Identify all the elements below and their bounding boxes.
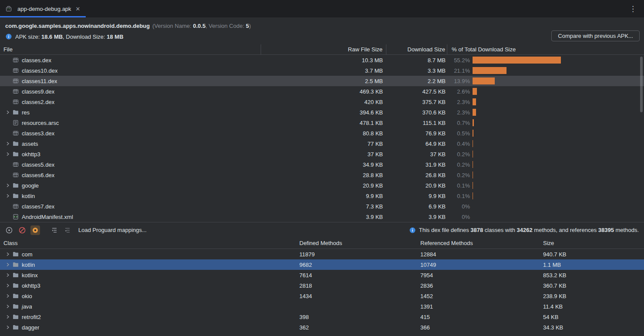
- file-row[interactable]: classes2.dex420 KB375.7 KB2.3%: [0, 97, 644, 107]
- dex-info-t2: classes with: [483, 227, 517, 233]
- expand-all-icon[interactable]: [50, 225, 59, 235]
- class-name: okhttp3: [22, 282, 40, 289]
- more-options-icon[interactable]: ⋮: [622, 0, 644, 17]
- raw-file-size-cell: 3.9 KB: [261, 212, 386, 222]
- download-size-cell: 2.2 MB: [386, 76, 447, 86]
- package-line: com.google.samples.apps.nowinandroid.dem…: [5, 20, 639, 31]
- file-cell: classes5.dex: [0, 159, 261, 170]
- pct-of-total-cell: 2.6%: [447, 86, 470, 97]
- download-size-value: 18 MB: [107, 34, 123, 40]
- compare-previous-apk-button[interactable]: Compare with previous APK...: [551, 30, 640, 41]
- file-row[interactable]: classes3.dex80.8 KB76.9 KB0.5%: [0, 128, 644, 138]
- file-name: resources.arsc: [22, 120, 59, 126]
- chevron-right-icon[interactable]: [3, 282, 12, 289]
- size-cell: 34.3 KB: [540, 322, 644, 333]
- raw-file-size-cell: 37 KB: [261, 149, 386, 159]
- column-header-referenced-methods[interactable]: Referenced Methods: [417, 240, 540, 246]
- file-name: AndroidManifest.xml: [22, 214, 73, 220]
- referenced-methods-cell: 415: [417, 312, 540, 322]
- load-proguard-mappings-link[interactable]: Load Proguard mappings...: [78, 227, 147, 233]
- chevron-right-icon[interactable]: [3, 303, 12, 310]
- file-row[interactable]: classes9.dex469.3 KB427.5 KB2.6%: [0, 86, 644, 97]
- file-name: classes2.dex: [22, 99, 54, 105]
- pct-bar-cell: [470, 138, 644, 149]
- file-row[interactable]: AndroidManifest.xml3.9 KB3.9 KB0%: [0, 212, 644, 222]
- class-row[interactable]: com1187912884940.7 KB: [0, 249, 644, 259]
- defined-methods-cell: 1434: [296, 291, 417, 301]
- pct-bar-cell: [470, 86, 644, 97]
- close-tab-icon[interactable]: ✕: [76, 6, 80, 12]
- collapse-all-icon[interactable]: [63, 225, 72, 235]
- file-row[interactable]: classes7.dex7.3 KB6.9 KB0%: [0, 201, 644, 212]
- column-header-pct-download[interactable]: % of Total Download Size: [447, 44, 644, 54]
- file-name: okhttp3: [22, 151, 40, 158]
- defined-methods-cell: 2818: [296, 280, 417, 291]
- file-name: classes10.dex: [22, 67, 57, 74]
- class-row[interactable]: dagger36236634.3 KB: [0, 322, 644, 333]
- file-table-scrollbar[interactable]: [640, 57, 643, 112]
- file-row[interactable]: classes5.dex34.9 KB31.9 KB0.2%: [0, 159, 644, 170]
- chevron-right-icon[interactable]: [3, 292, 12, 299]
- file-row[interactable]: classes6.dex28.8 KB26.8 KB0.2%: [0, 170, 644, 180]
- show-fields-icon[interactable]: [4, 225, 14, 235]
- chevron-right-icon[interactable]: [3, 313, 12, 320]
- pct-bar-cell: [470, 107, 644, 118]
- chevron-right-icon[interactable]: [3, 272, 12, 279]
- file-row[interactable]: google20.9 KB20.9 KB0.1%: [0, 180, 644, 191]
- file-table-header: File Raw File Size Download Size % of To…: [0, 44, 644, 55]
- column-header-download-size[interactable]: Download Size: [386, 44, 447, 54]
- class-table-header: Class Defined Methods Referenced Methods…: [0, 238, 644, 249]
- column-header-class[interactable]: Class: [0, 240, 296, 246]
- arsc-file-icon: [12, 119, 19, 126]
- tab-apk-analyzer[interactable]: app-demo-debug.apk ✕: [0, 0, 86, 17]
- file-cell: google: [0, 180, 261, 191]
- chevron-right-icon[interactable]: [3, 324, 12, 331]
- file-row[interactable]: classes11.dex2.5 MB2.2 MB13.9%: [0, 76, 644, 86]
- file-row[interactable]: kotlin9.9 KB9.9 KB0.1%: [0, 191, 644, 201]
- file-row[interactable]: res394.6 KB370.6 KB2.3%: [0, 107, 644, 118]
- show-removed-nodes-icon[interactable]: [17, 225, 27, 235]
- column-header-defined-methods[interactable]: Defined Methods: [296, 240, 417, 246]
- chevron-right-icon[interactable]: [3, 261, 12, 268]
- chevron-right-icon[interactable]: [3, 251, 12, 258]
- file-name: classes9.dex: [22, 88, 54, 95]
- download-size-cell: 31.9 KB: [386, 159, 447, 170]
- chevron-right-icon[interactable]: [3, 192, 12, 199]
- file-row[interactable]: okhttp337 KB37 KB0.2%: [0, 149, 644, 159]
- download-pct-bar: [473, 109, 476, 116]
- chevron-right-icon[interactable]: [3, 182, 12, 189]
- download-size-cell: 115.1 KB: [386, 118, 447, 128]
- file-row[interactable]: resources.arsc478.1 KB115.1 KB0.7%: [0, 118, 644, 128]
- class-row[interactable]: kotlinx76147954853.2 KB: [0, 270, 644, 280]
- class-name: okio: [22, 293, 32, 299]
- size-cell: 11.4 KB: [540, 301, 644, 312]
- file-name: assets: [22, 141, 38, 147]
- chevron-right-icon[interactable]: [3, 151, 12, 158]
- column-header-raw-size[interactable]: Raw File Size: [261, 44, 386, 54]
- chevron-right-icon[interactable]: [3, 109, 12, 116]
- pct-bar-cell: [470, 149, 644, 159]
- raw-file-size-cell: 7.3 KB: [261, 201, 386, 212]
- download-pct-bar: [473, 171, 473, 178]
- column-header-size[interactable]: Size: [540, 240, 644, 246]
- class-name: retrofit2: [22, 314, 41, 320]
- class-row[interactable]: kotlin9682107491.1 MB: [0, 259, 644, 270]
- chevron-right-icon[interactable]: [3, 140, 12, 147]
- class-row[interactable]: java139111.4 KB: [0, 301, 644, 312]
- class-row[interactable]: okhttp328182836360.7 KB: [0, 280, 644, 291]
- class-row[interactable]: okio14341452238.9 KB: [0, 291, 644, 301]
- column-header-file[interactable]: File: [0, 44, 261, 54]
- file-row[interactable]: assets77 KB64.9 KB0.4%: [0, 138, 644, 149]
- download-pct-bar: [473, 98, 476, 105]
- pct-bar-cell: [470, 212, 644, 222]
- pct-of-total-cell: 0.1%: [447, 180, 470, 191]
- download-size-cell: 3.9 KB: [386, 212, 447, 222]
- raw-file-size-cell: 469.3 KB: [261, 86, 386, 97]
- file-cell: classes7.dex: [0, 201, 261, 212]
- file-row[interactable]: classes10.dex3.7 MB3.3 MB21.1%: [0, 65, 644, 76]
- show-referenced-nodes-icon[interactable]: [30, 225, 40, 235]
- manifest-file-icon: [12, 213, 19, 220]
- class-row[interactable]: retrofit239841554 KB: [0, 312, 644, 322]
- file-row[interactable]: classes.dex10.3 MB8.7 MB55.2%: [0, 55, 644, 65]
- download-size-cell: 8.7 MB: [386, 55, 447, 65]
